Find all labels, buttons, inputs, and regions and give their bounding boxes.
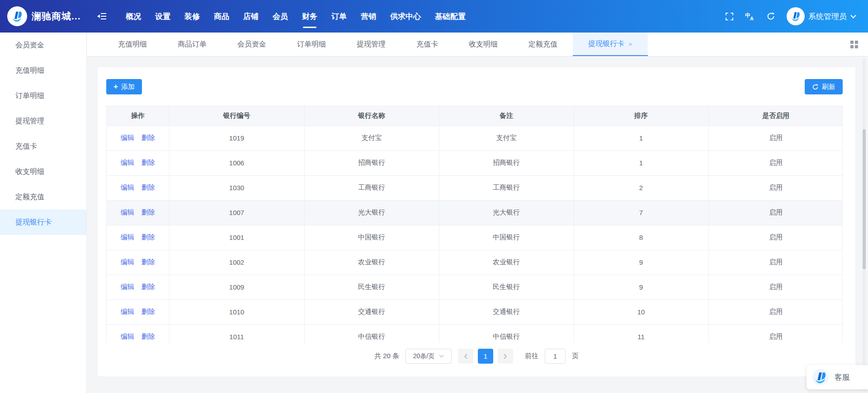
sidebar-item[interactable]: 订单明细 [0, 83, 86, 108]
delete-link[interactable]: 删除 [142, 233, 155, 241]
tab-close-icon[interactable]: × [628, 40, 632, 48]
chevron-down-icon [850, 14, 856, 19]
delete-link[interactable]: 删除 [142, 183, 155, 191]
cell-bank-code: 1019 [169, 126, 304, 150]
edit-link[interactable]: 编辑 [121, 134, 134, 141]
page-scrollbar[interactable] [863, 58, 866, 391]
sidebar-item[interactable]: 定额充值 [0, 184, 86, 210]
edit-link[interactable]: 编辑 [121, 183, 134, 191]
cell-note: 中信银行 [439, 324, 574, 342]
goto-page-input[interactable] [545, 349, 566, 364]
table-row: 编辑 删除 1007 光大银行 光大银行 7 启用 [107, 200, 843, 225]
main-menu-item[interactable]: 设置 [154, 9, 171, 24]
sidebar-item[interactable]: 会员资金 [0, 33, 86, 58]
cell-sort: 2 [574, 175, 708, 200]
sidebar-item[interactable]: 充值明细 [0, 58, 86, 83]
main-menu-item[interactable]: 供求中心 [389, 9, 422, 24]
sidebar-item[interactable]: 提现管理 [0, 108, 86, 134]
main-menu-item[interactable]: 概况 [125, 9, 142, 24]
cell-enabled: 启用 [708, 150, 843, 175]
user-menu[interactable]: 系统管理员 [787, 7, 856, 25]
delete-link[interactable]: 删除 [142, 208, 155, 216]
cell-enabled: 启用 [708, 200, 843, 225]
customer-service-widget[interactable]: 客服 [807, 365, 868, 389]
cell-actions: 编辑 删除 [107, 200, 169, 225]
cell-bank-name: 支付宝 [304, 126, 439, 150]
main-menu-item[interactable]: 会员 [272, 9, 289, 24]
tab[interactable]: 提现管理 [341, 33, 401, 56]
current-page-button[interactable]: 1 [478, 349, 493, 364]
tab[interactable]: 充值卡 [401, 33, 453, 56]
cell-bank-code: 1009 [169, 275, 304, 299]
prev-page-button[interactable] [458, 349, 473, 364]
cell-actions: 编辑 删除 [107, 150, 169, 175]
main-menu-item[interactable]: 基础配置 [434, 9, 467, 24]
cell-bank-name: 民生银行 [304, 275, 439, 299]
cell-note: 招商银行 [439, 150, 574, 175]
delete-link[interactable]: 删除 [142, 258, 155, 266]
cell-sort: 9 [574, 250, 708, 275]
tab-options-grid-icon[interactable] [850, 41, 858, 48]
tab[interactable]: 订单明细 [282, 33, 341, 56]
refresh-icon [812, 84, 819, 90]
col-enabled: 是否启用 [708, 106, 843, 126]
edit-link[interactable]: 编辑 [121, 208, 134, 216]
tab[interactable]: 商品订单 [162, 33, 222, 56]
tab[interactable]: 会员资金 [222, 33, 282, 56]
cell-actions: 编辑 删除 [107, 250, 169, 275]
edit-link[interactable]: 编辑 [121, 159, 134, 166]
sidebar-item[interactable]: 提现银行卡 [0, 210, 86, 235]
edit-link[interactable]: 编辑 [121, 283, 134, 290]
sidebar-fold-icon[interactable] [97, 12, 107, 20]
cell-bank-name: 农业银行 [304, 250, 439, 275]
translate-icon[interactable]: 中 A [745, 11, 755, 21]
sidebar-item[interactable]: 收支明细 [0, 159, 86, 184]
refresh-cache-icon[interactable] [766, 11, 776, 21]
fullscreen-icon[interactable] [724, 11, 734, 21]
main-menu-item[interactable]: 营销 [360, 9, 377, 24]
edit-link[interactable]: 编辑 [121, 332, 134, 340]
cell-bank-name: 工商银行 [304, 175, 439, 200]
plus-icon: + [113, 82, 118, 91]
add-button[interactable]: + 添加 [106, 79, 142, 94]
cell-enabled: 启用 [708, 275, 843, 299]
cell-enabled: 启用 [708, 250, 843, 275]
main-menu-item[interactable]: 财务 [301, 9, 318, 24]
scrollbar-thumb[interactable] [863, 129, 866, 269]
edit-link[interactable]: 编辑 [121, 233, 134, 241]
tab[interactable]: 定额充值 [513, 33, 573, 56]
main-menu: 概况 设置 装修 商品 店铺 会员 财务 [125, 9, 467, 24]
total-count: 共 20 条 [374, 352, 399, 360]
tab-active[interactable]: 提现银行卡 × [573, 33, 648, 56]
delete-link[interactable]: 删除 [142, 134, 155, 141]
delete-link[interactable]: 删除 [142, 159, 155, 166]
table-row: 编辑 删除 1002 农业银行 农业银行 9 启用 [107, 250, 843, 275]
main-menu-item[interactable]: 店铺 [242, 9, 259, 24]
table-row: 编辑 删除 1006 招商银行 招商银行 1 启用 [107, 150, 843, 175]
user-name: 系统管理员 [808, 11, 847, 22]
delete-link[interactable]: 删除 [142, 332, 155, 340]
delete-link[interactable]: 删除 [142, 308, 155, 315]
cell-note: 光大银行 [439, 200, 574, 225]
cell-actions: 编辑 删除 [107, 299, 169, 324]
goto-label: 前往 [525, 352, 538, 360]
edit-link[interactable]: 编辑 [121, 258, 134, 266]
cell-enabled: 启用 [708, 225, 843, 250]
page-size-select[interactable]: 20条/页 [406, 349, 452, 364]
cell-enabled: 启用 [708, 175, 843, 200]
sidebar-item[interactable]: 充值卡 [0, 134, 86, 159]
edit-link[interactable]: 编辑 [121, 308, 134, 315]
cell-actions: 编辑 删除 [107, 324, 169, 342]
topbar-actions: 中 A 系统管理员 [724, 7, 868, 25]
refresh-button[interactable]: 刷新 [805, 79, 843, 94]
next-page-button[interactable] [498, 349, 513, 364]
cell-sort: 9 [574, 275, 708, 299]
app-logo-icon [7, 6, 27, 26]
tab[interactable]: 充值明细 [103, 33, 162, 56]
main-menu-item[interactable]: 装修 [184, 9, 201, 24]
tab[interactable]: 收支明细 [453, 33, 513, 56]
main-menu-item[interactable]: 订单 [330, 9, 348, 24]
main-menu-item[interactable]: 商品 [213, 9, 230, 24]
delete-link[interactable]: 删除 [142, 283, 155, 290]
col-bank-code: 银行编号 [169, 106, 304, 126]
